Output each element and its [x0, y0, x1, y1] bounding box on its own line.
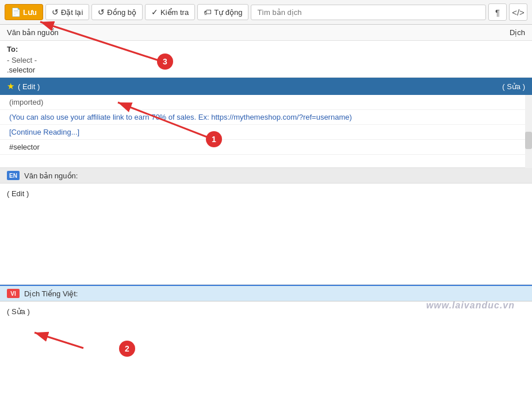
source-panel-label: Văn bản nguồn: [24, 171, 78, 180]
active-item-row[interactable]: ★ ( Edit ) ( Sửa ) [0, 78, 532, 95]
code-button[interactable]: </> [509, 3, 527, 21]
selector-class: .selector [7, 65, 525, 75]
vi-badge: VI [7, 289, 20, 298]
translation-panel: VI Dịch Tiếng Việt: ( Sửa ) [0, 285, 532, 371]
reset-button[interactable]: ↺ Đặt lại [45, 4, 89, 20]
paragraph-button[interactable]: ¶ [488, 3, 507, 21]
string-list: (imported) (You can also use your affili… [0, 95, 532, 168]
save-label: Lưu [23, 8, 37, 17]
sync-button[interactable]: ↺ Đồng bộ [91, 4, 143, 20]
save-button[interactable]: 📄 Lưu [5, 4, 43, 20]
section-header: Văn bản nguồn Dịch [0, 25, 532, 41]
code-icon: </> [512, 7, 525, 17]
sua-link[interactable]: ( Sửa ) [502, 82, 525, 91]
check-icon: ✓ [151, 7, 158, 17]
reset-label: Đặt lại [61, 8, 83, 17]
list-item[interactable]: (imported) [0, 95, 532, 110]
translation-lang-bar: VI Dịch Tiếng Việt: [0, 285, 532, 301]
string-list-container: (imported) (You can also use your affili… [0, 95, 532, 168]
list-item[interactable]: #selector [0, 140, 532, 155]
auto-icon: 🏷 [204, 7, 212, 17]
scroll-thumb[interactable] [525, 132, 532, 149]
selector-area: To: - Select - .selector [0, 41, 532, 78]
en-badge: EN [7, 171, 20, 180]
save-icon: 📄 [11, 7, 21, 17]
star-icon: ★ [7, 81, 14, 91]
source-text-area: ( Edit ) [0, 184, 532, 284]
list-item[interactable]: (You can also use your affiliate link to… [0, 110, 532, 125]
scroll-track [525, 95, 532, 168]
toolbar: 📄 Lưu ↺ Đặt lại ↺ Đồng bộ ✓ Kiểm tra 🏷 T… [0, 0, 532, 25]
list-item[interactable]: [Continue Reading...] [0, 125, 532, 140]
search-input[interactable] [251, 5, 486, 20]
source-lang-bar: EN Văn bản nguồn: [0, 168, 532, 184]
check-button[interactable]: ✓ Kiểm tra [145, 4, 195, 20]
translation-text-area[interactable]: ( Sửa ) [0, 301, 532, 371]
sync-label: Đồng bộ [107, 8, 136, 17]
translation-content: ( Sửa ) [7, 307, 30, 316]
star-edit-group: ★ ( Edit ) [7, 81, 40, 91]
edit-label: ( Edit ) [18, 82, 40, 91]
reset-icon: ↺ [52, 7, 59, 17]
paragraph-icon: ¶ [495, 7, 500, 17]
to-label: To: [7, 43, 525, 55]
list-item-placeholder [0, 155, 532, 167]
auto-label: Tự động [214, 8, 242, 17]
translate-header-label: Dịch [510, 28, 525, 37]
auto-button[interactable]: 🏷 Tự động [197, 4, 248, 20]
source-content: ( Edit ) [7, 189, 29, 198]
source-panel: EN Văn bản nguồn: ( Edit ) [0, 168, 532, 285]
check-label: Kiểm tra [160, 8, 189, 17]
select-label[interactable]: - Select - [7, 55, 525, 65]
source-header-label: Văn bản nguồn [7, 28, 59, 37]
translation-panel-label: Dịch Tiếng Việt: [24, 289, 78, 298]
sync-icon: ↺ [98, 7, 105, 17]
